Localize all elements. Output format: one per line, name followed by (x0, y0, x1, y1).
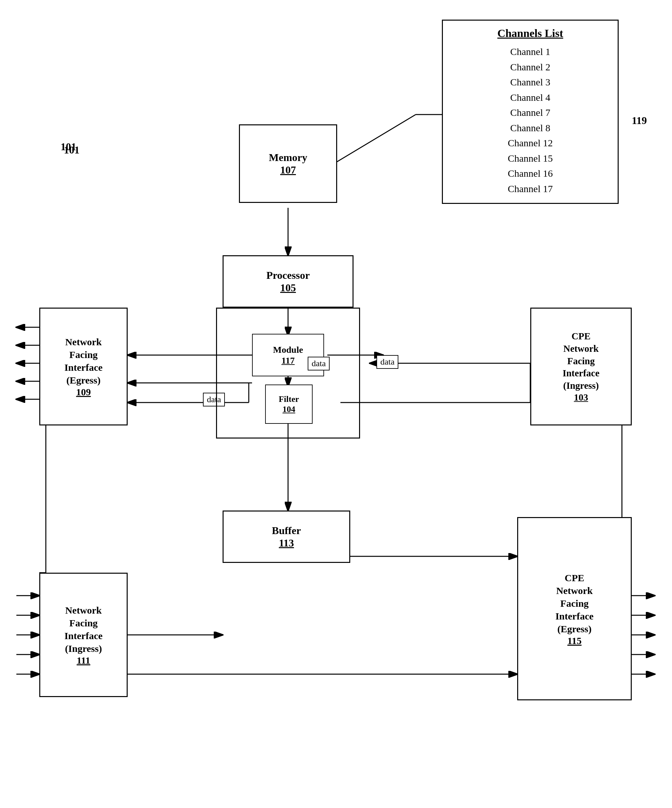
ref-101: 101 (60, 141, 76, 153)
channels-list-box: Channels List Channel 1 Channel 2 Channe… (442, 20, 619, 204)
processor-outer-box (216, 308, 360, 439)
diagram: 101 Memory 107 Processor 105 Module 117 … (0, 0, 672, 808)
processor-box: Processor 105 (222, 255, 353, 308)
cpe-egress-number: 115 (567, 635, 581, 646)
processor-label: Processor (266, 269, 310, 281)
channel-item: Channel 7 (456, 105, 605, 120)
nfi-ingress-label: NetworkFacingInterface(Ingress) (65, 604, 103, 655)
channels-title: Channels List (456, 27, 605, 40)
cpe-egress-box: CPENetworkFacingInterface(Egress) 115 (517, 517, 632, 700)
channel-item: Channel 15 (456, 151, 605, 166)
channel-item: Channel 4 (456, 90, 605, 105)
channel-item: Channel 8 (456, 120, 605, 136)
ref-119-label: 119 (632, 115, 647, 127)
cpe-ingress-number: 103 (574, 392, 588, 403)
data-label-2: data (376, 355, 398, 369)
channel-item: Channel 2 (456, 60, 605, 75)
channel-item: Channel 17 (456, 181, 605, 197)
memory-number: 107 (280, 164, 296, 176)
channels-list: Channel 1 Channel 2 Channel 3 Channel 4 … (456, 44, 605, 196)
memory-box: Memory 107 (239, 124, 337, 203)
channel-item: Channel 12 (456, 135, 605, 151)
channel-item: Channel 1 (456, 44, 605, 60)
nfi-egress-box: NetworkFacingInterface(Egress) 109 (39, 308, 128, 426)
nfi-egress-label: NetworkFacingInterface(Egress) (65, 336, 103, 386)
processor-number: 105 (280, 282, 296, 294)
cpe-ingress-label: CPENetworkFacingInterface(Ingress) (563, 330, 600, 392)
buffer-label: Buffer (272, 524, 301, 537)
svg-line-32 (334, 115, 416, 164)
channel-item: Channel 3 (456, 75, 605, 90)
nfi-egress-number: 109 (76, 386, 91, 397)
buffer-number: 113 (279, 537, 294, 549)
nfi-ingress-number: 111 (77, 655, 90, 666)
channel-item: Channel 16 (456, 166, 605, 181)
memory-label: Memory (269, 151, 307, 164)
cpe-egress-label: CPENetworkFacingInterface(Egress) (555, 571, 594, 635)
nfi-ingress-box: NetworkFacingInterface(Ingress) 111 (39, 573, 128, 697)
cpe-ingress-box: CPENetworkFacingInterface(Ingress) 103 (530, 308, 632, 426)
buffer-box: Buffer 113 (222, 511, 350, 563)
